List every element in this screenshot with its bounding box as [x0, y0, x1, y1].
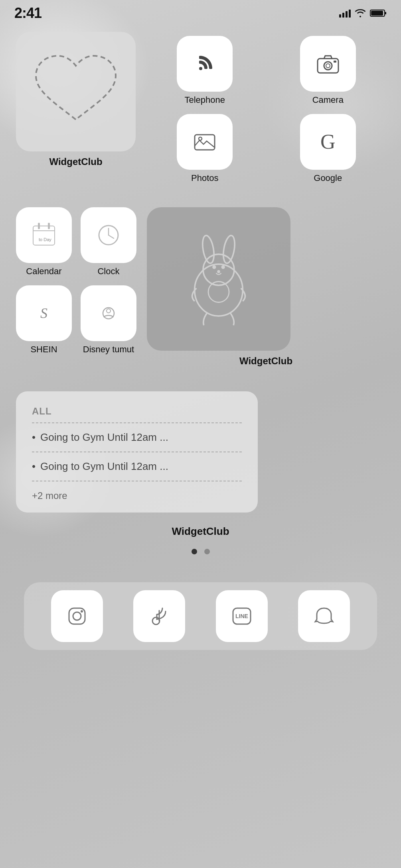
heart-svg	[32, 52, 120, 132]
svg-point-3	[199, 67, 202, 70]
photos-icon	[177, 114, 233, 170]
svg-point-5	[324, 62, 332, 70]
disney-app[interactable]: Disney tumut	[81, 285, 136, 355]
svg-rect-10	[33, 226, 55, 245]
svg-point-19	[107, 309, 111, 313]
status-icons	[339, 9, 387, 18]
line-icon: LINE	[230, 604, 254, 628]
battery-icon	[370, 9, 387, 18]
svg-text:to Day: to Day	[39, 237, 51, 242]
calendar-app[interactable]: to Day Calendar	[16, 207, 72, 277]
widget-club-bunny[interactable]	[147, 207, 290, 351]
calendar-divider-3	[32, 481, 242, 481]
photos-label: Photos	[191, 173, 219, 183]
calendar-event-2: • Going to Gym Until 12am ...	[32, 456, 242, 477]
svg-rect-12	[38, 223, 40, 229]
svg-line-17	[109, 235, 114, 238]
photos-app[interactable]: Photos	[148, 114, 262, 183]
calendar-widget-title: ALL	[32, 406, 242, 417]
svg-text:LINE: LINE	[235, 613, 248, 619]
dock: LINE	[24, 582, 377, 650]
widget-club-heart-container: WidgetClub	[16, 32, 136, 151]
svg-point-9	[199, 137, 202, 140]
disney-icon	[81, 285, 136, 341]
google-app[interactable]: G Google	[271, 114, 385, 183]
calendar-event-1: • Going to Gym Until 12am ...	[32, 427, 242, 448]
camera-app[interactable]: Camera	[271, 36, 385, 105]
top-app-grid: Telephone Camera	[148, 36, 385, 183]
svg-point-31	[152, 617, 160, 624]
instagram-icon	[65, 604, 89, 628]
shein-app[interactable]: S SHEIN	[16, 285, 72, 355]
camera-label: Camera	[312, 95, 344, 105]
snapchat-dock-app[interactable]	[298, 590, 350, 642]
snapchat-icon	[312, 604, 336, 628]
calendar-more: +2 more	[32, 485, 242, 501]
tiktok-dock-app[interactable]	[133, 590, 185, 642]
telephone-label: Telephone	[184, 95, 225, 105]
svg-rect-13	[48, 223, 50, 229]
status-bar: 2:41	[0, 0, 401, 22]
svg-rect-1	[371, 11, 383, 16]
svg-rect-2	[385, 12, 386, 14]
svg-point-29	[73, 612, 81, 620]
home-area: WidgetClub Telephone	[0, 22, 401, 662]
disney-label: Disney tumut	[83, 344, 134, 355]
widget-club-bunny-label: WidgetClub	[147, 355, 385, 367]
calendar-divider-1	[32, 422, 242, 423]
telephone-icon	[177, 36, 233, 92]
svg-point-24	[212, 265, 216, 269]
clock-icon	[81, 207, 136, 263]
widget-club-bottom-label: WidgetClub	[16, 525, 385, 538]
telephone-app[interactable]: Telephone	[148, 36, 262, 105]
bunny-svg	[167, 227, 271, 331]
widget-club-heart[interactable]	[16, 32, 136, 151]
svg-point-21	[203, 254, 234, 285]
shein-icon: S	[16, 285, 72, 341]
clock-label: Clock	[97, 266, 119, 277]
page-dots	[16, 549, 385, 554]
mid-row: to Day Calendar	[16, 207, 385, 355]
svg-point-25	[221, 265, 225, 269]
mid-app-grid: to Day Calendar	[16, 207, 136, 355]
calendar-icon: to Day	[16, 207, 72, 263]
widget-club-heart-label: WidgetClub	[16, 156, 136, 167]
calendar-divider-2	[32, 452, 242, 452]
page-dot-1[interactable]	[192, 549, 197, 554]
signal-icon	[339, 9, 351, 18]
camera-icon	[300, 36, 356, 92]
clock-app[interactable]: Clock	[81, 207, 136, 277]
tiktok-icon	[148, 604, 170, 628]
line-dock-app[interactable]: LINE	[216, 590, 268, 642]
top-row: WidgetClub Telephone	[16, 32, 385, 183]
svg-point-6	[326, 64, 330, 68]
instagram-dock-app[interactable]	[51, 590, 103, 642]
svg-point-26	[217, 270, 220, 273]
calendar-event-widget[interactable]: ALL • Going to Gym Until 12am ... • Goin…	[16, 391, 258, 513]
widget-club-bunny-container: WidgetClub	[147, 207, 385, 351]
wifi-icon	[355, 9, 366, 18]
page-dot-2[interactable]	[204, 549, 210, 554]
google-label: Google	[314, 173, 342, 183]
svg-rect-7	[334, 61, 336, 63]
google-icon: G	[300, 114, 356, 170]
svg-point-22	[201, 235, 216, 264]
shein-label: SHEIN	[30, 344, 57, 355]
svg-point-30	[81, 610, 83, 613]
status-time: 2:41	[14, 5, 41, 22]
svg-point-23	[221, 235, 237, 264]
calendar-label: Calendar	[26, 266, 61, 277]
